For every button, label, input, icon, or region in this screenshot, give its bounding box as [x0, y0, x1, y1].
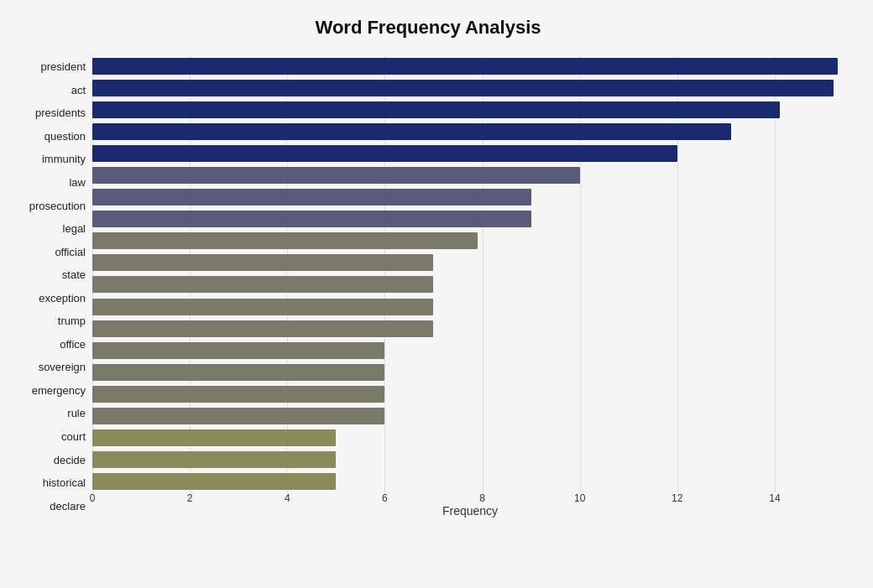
y-label: president: [8, 55, 86, 79]
y-label: official: [8, 240, 86, 263]
bar-row: [92, 252, 848, 273]
y-label: presidents: [8, 101, 86, 125]
bar-row: [92, 208, 848, 230]
bar-row: [92, 427, 848, 449]
bar-row: [92, 164, 848, 186]
bar-row: [92, 449, 848, 471]
bar-row: [92, 230, 848, 252]
bar: [92, 342, 384, 359]
y-labels: presidentactpresidentsquestionimmunityla…: [8, 55, 92, 518]
y-label: exception: [8, 286, 86, 310]
y-label: declare: [8, 494, 86, 518]
y-label: legal: [8, 217, 86, 241]
bar: [92, 364, 384, 381]
bar: [92, 473, 336, 490]
bar: [92, 58, 838, 75]
y-label: immunity: [8, 148, 86, 171]
bars-section: 02468101214 Frequency: [92, 55, 848, 518]
bar: [92, 167, 580, 184]
y-label: rule: [8, 402, 86, 425]
bar: [92, 386, 384, 403]
bar-row: [92, 99, 848, 121]
bar: [92, 320, 433, 337]
y-label: emergency: [8, 379, 86, 403]
bar-row: [92, 405, 848, 427]
bar: [92, 211, 531, 227]
bar-row: [92, 318, 848, 340]
y-label: prosecution: [8, 194, 86, 217]
grid-and-bars: 02468101214 Frequency: [92, 55, 848, 518]
bar: [92, 429, 336, 446]
bar: [92, 123, 731, 140]
chart-area: presidentactpresidentsquestionimmunityla…: [8, 55, 848, 518]
bar: [92, 451, 336, 468]
y-label: historical: [8, 471, 86, 495]
y-label: act: [8, 79, 86, 102]
y-label: law: [8, 171, 86, 195]
bar: [92, 299, 433, 315]
bar: [92, 145, 677, 162]
bar-row: [92, 143, 848, 164]
bar-row: [92, 186, 848, 208]
bar: [92, 189, 531, 206]
bar-row: [92, 383, 848, 405]
y-label: court: [8, 425, 86, 449]
bar-row: [92, 121, 848, 143]
bar-row: [92, 55, 848, 77]
bar: [92, 80, 834, 96]
bar-row: [92, 471, 848, 492]
bar-row: [92, 273, 848, 295]
y-label: state: [8, 263, 86, 287]
bar-row: [92, 362, 848, 383]
y-label: decide: [8, 448, 86, 471]
y-label: question: [8, 125, 86, 148]
bar-row: [92, 77, 848, 99]
bars-wrapper: [92, 55, 848, 518]
bar: [92, 254, 433, 271]
bar: [92, 276, 433, 293]
y-label: sovereign: [8, 356, 86, 379]
chart-title: Word Frequency Analysis: [8, 17, 848, 39]
y-label: office: [8, 333, 86, 356]
y-label: trump: [8, 310, 86, 333]
bar-row: [92, 340, 848, 362]
bar: [92, 101, 780, 118]
bar: [92, 232, 478, 249]
bar: [92, 408, 384, 424]
chart-container: Word Frequency Analysis presidentactpres…: [0, 0, 873, 588]
bar-row: [92, 296, 848, 318]
